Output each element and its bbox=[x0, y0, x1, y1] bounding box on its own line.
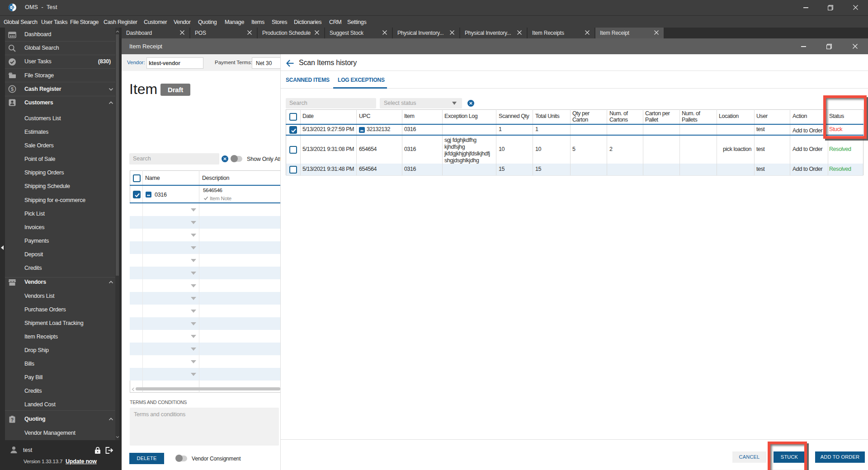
svg-text:?: ? bbox=[11, 417, 14, 422]
svg-text:$: $ bbox=[11, 86, 14, 92]
